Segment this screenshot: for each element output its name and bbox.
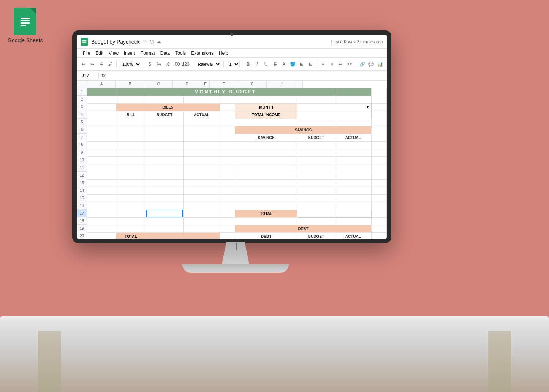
- cell-C13[interactable]: [146, 179, 184, 187]
- cell-H8[interactable]: [335, 141, 371, 149]
- cell-savings-total-label[interactable]: TOTAL: [235, 210, 297, 217]
- cell-month-label[interactable]: MONTH: [235, 103, 297, 111]
- cell-E7[interactable]: [220, 134, 235, 141]
- cell-C8[interactable]: [146, 141, 184, 149]
- cell-D15[interactable]: [183, 194, 220, 202]
- cell-savings-total-actual[interactable]: [335, 210, 371, 217]
- cell-A18[interactable]: [87, 217, 116, 225]
- cell-F11[interactable]: [235, 164, 297, 172]
- cell-C14[interactable]: [146, 187, 184, 194]
- cell-G13[interactable]: [297, 179, 335, 187]
- cell-F8[interactable]: [235, 141, 297, 149]
- cell-E3[interactable]: [220, 103, 235, 111]
- redo-button[interactable]: ↪: [89, 60, 97, 69]
- cell-E16[interactable]: [220, 202, 235, 210]
- cell-actual-d-col[interactable]: ACTUAL: [335, 232, 371, 239]
- col-header-A[interactable]: A: [87, 81, 116, 88]
- cell-G14[interactable]: [297, 187, 335, 194]
- cell-B16[interactable]: [116, 202, 146, 210]
- cell-A6[interactable]: [87, 126, 116, 134]
- cell-F15[interactable]: [235, 194, 297, 202]
- cell-E18[interactable]: [220, 217, 235, 225]
- menu-tools[interactable]: Tools: [173, 50, 188, 57]
- cell-A20[interactable]: [87, 232, 116, 239]
- cell-B19[interactable]: [116, 225, 146, 232]
- print-button[interactable]: 🖨: [98, 60, 105, 69]
- cell-ext9[interactable]: [371, 149, 386, 156]
- cell-F16[interactable]: [235, 202, 297, 210]
- comment-button[interactable]: 💬: [367, 60, 375, 69]
- cell-F14[interactable]: [235, 187, 297, 194]
- cell-D7[interactable]: [183, 134, 220, 141]
- cell-ext20[interactable]: [371, 232, 386, 239]
- cell-E5[interactable]: [220, 119, 235, 126]
- cell-A2[interactable]: [87, 96, 116, 103]
- col-header-H[interactable]: H: [267, 81, 295, 88]
- cell-A16[interactable]: [87, 202, 116, 210]
- undo-button[interactable]: ↩: [80, 60, 87, 69]
- cell-E11[interactable]: [220, 164, 235, 172]
- link-button[interactable]: 🔗: [358, 60, 366, 69]
- cell-E12[interactable]: [220, 172, 235, 179]
- cell-H2[interactable]: [335, 96, 371, 103]
- col-header-C[interactable]: C: [144, 81, 173, 88]
- cell-G12[interactable]: [297, 172, 335, 179]
- cell-A17[interactable]: [87, 210, 116, 217]
- cell-E19[interactable]: [220, 225, 235, 232]
- cell-F9[interactable]: [235, 149, 297, 156]
- cell-ext5[interactable]: [371, 119, 386, 126]
- text-color-button[interactable]: A: [280, 60, 288, 69]
- cell-bills-total-actual[interactable]: [183, 232, 220, 239]
- cell-B8[interactable]: [116, 141, 146, 149]
- cell-D14[interactable]: [183, 187, 220, 194]
- cell-D6[interactable]: [183, 126, 220, 134]
- cell-C11[interactable]: [146, 164, 184, 172]
- cell-B10[interactable]: [116, 156, 146, 164]
- cell-D18[interactable]: [183, 217, 220, 225]
- cell-ext7[interactable]: [371, 134, 386, 141]
- cell-F10[interactable]: [235, 156, 297, 164]
- borders-button[interactable]: ⊞: [298, 60, 306, 69]
- menu-insert[interactable]: Insert: [122, 50, 138, 57]
- cell-H9[interactable]: [335, 149, 371, 156]
- cell-B5[interactable]: [116, 119, 146, 126]
- percent-button[interactable]: %: [155, 60, 163, 69]
- cell-G9[interactable]: [297, 149, 335, 156]
- col-header-D[interactable]: D: [173, 81, 201, 88]
- cell-E20[interactable]: [220, 232, 235, 239]
- cell-D5[interactable]: [183, 119, 220, 126]
- cell-B13[interactable]: [116, 179, 146, 187]
- cell-ext18[interactable]: [371, 217, 386, 225]
- cell-ext4[interactable]: [371, 111, 386, 119]
- menu-file[interactable]: File: [81, 50, 92, 57]
- menu-extensions[interactable]: Extensions: [189, 50, 216, 57]
- cell-F13[interactable]: [235, 179, 297, 187]
- valign-button[interactable]: ⬍: [328, 60, 336, 69]
- cell-A9[interactable]: [87, 149, 116, 156]
- cell-ext3[interactable]: [371, 103, 386, 111]
- cell-G5[interactable]: [297, 119, 335, 126]
- cell-G2[interactable]: [297, 96, 335, 103]
- cell-G16[interactable]: [297, 202, 335, 210]
- cell-monthly-budget[interactable]: MONTHLY BUDGET: [116, 88, 335, 96]
- underline-button[interactable]: U: [262, 60, 270, 69]
- cell-H15[interactable]: [335, 194, 371, 202]
- cell-C19[interactable]: [146, 225, 184, 232]
- cell-C5[interactable]: [146, 119, 184, 126]
- cell-D11[interactable]: [183, 164, 220, 172]
- cell-bills-header[interactable]: BILLS: [116, 103, 220, 111]
- cell-ext12[interactable]: [371, 172, 386, 179]
- cell-ext10[interactable]: [371, 156, 386, 164]
- cell-total-income-value[interactable]: [297, 111, 372, 119]
- text-rotate-button[interactable]: ⟳: [346, 60, 354, 69]
- cell-B9[interactable]: [116, 149, 146, 156]
- star-icon[interactable]: ☆: [143, 39, 147, 44]
- cell-B15[interactable]: [116, 194, 146, 202]
- cell-G10[interactable]: [297, 156, 335, 164]
- cell-bills-total-budget[interactable]: [146, 232, 184, 239]
- cell-B14[interactable]: [116, 187, 146, 194]
- cell-H16[interactable]: [335, 202, 371, 210]
- cell-A3[interactable]: [87, 103, 116, 111]
- cell-H18[interactable]: [335, 217, 371, 225]
- font-select[interactable]: Raleway: [195, 60, 221, 68]
